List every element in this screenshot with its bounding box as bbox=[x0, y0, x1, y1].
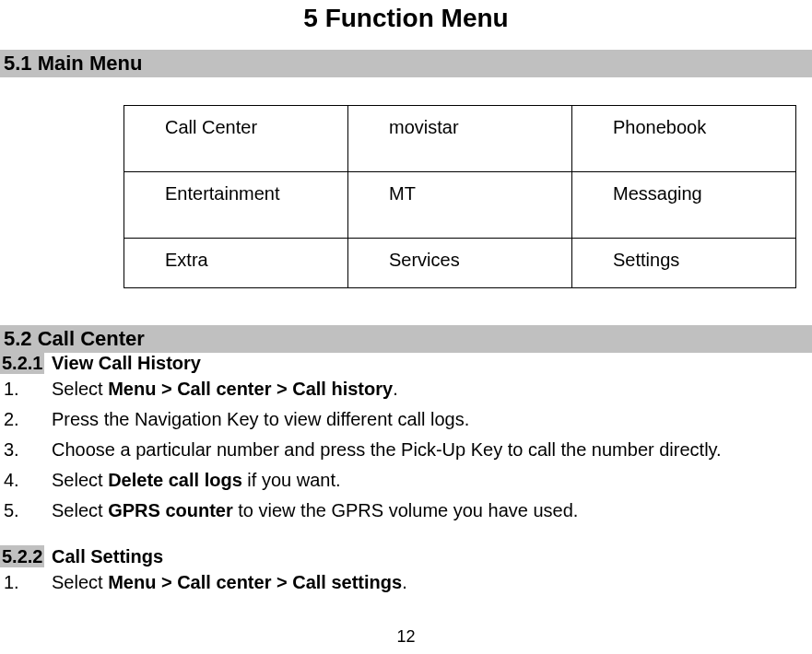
menu-cell-entertainment: Entertainment bbox=[124, 172, 348, 239]
subsection-number: 5.2.2 bbox=[0, 545, 44, 567]
step-number: 5. bbox=[4, 498, 52, 523]
menu-cell-call-center: Call Center bbox=[124, 106, 348, 172]
menu-cell-phonebook: Phonebook bbox=[572, 106, 796, 172]
subsection-heading-5-2-2: 5.2.2 Call Settings bbox=[0, 546, 812, 567]
main-menu-table: Call Center movistar Phonebook Entertain… bbox=[124, 105, 796, 288]
table-row: Extra Services Settings bbox=[124, 239, 796, 288]
step-number: 4. bbox=[4, 468, 52, 493]
step-text: Select Menu > Call center > Call history… bbox=[52, 377, 812, 402]
list-item: 3. Choose a particular number and press … bbox=[0, 435, 812, 465]
step-text: Choose a particular number and press the… bbox=[52, 438, 812, 462]
list-item: 1. Select Menu > Call center > Call hist… bbox=[0, 374, 812, 404]
steps-list-5-2-1: 1. Select Menu > Call center > Call hist… bbox=[0, 374, 812, 526]
menu-cell-mt: MT bbox=[348, 172, 572, 239]
menu-cell-settings: Settings bbox=[572, 239, 796, 288]
step-number: 1. bbox=[4, 377, 52, 402]
step-text: Select GPRS counter to view the GPRS vol… bbox=[52, 498, 812, 523]
menu-cell-extra: Extra bbox=[124, 239, 348, 288]
step-text: Press the Navigation Key to view differe… bbox=[52, 407, 812, 432]
subsection-number: 5.2.1 bbox=[0, 352, 44, 374]
step-number: 1. bbox=[4, 570, 52, 595]
subsection-heading-5-2-1: 5.2.1 View Call History bbox=[0, 353, 812, 374]
table-row: Entertainment MT Messaging bbox=[124, 172, 796, 239]
list-item: 4. Select Delete call logs if you want. bbox=[0, 465, 812, 496]
menu-cell-messaging: Messaging bbox=[572, 172, 796, 239]
page-number: 12 bbox=[0, 627, 812, 647]
menu-cell-services: Services bbox=[348, 239, 572, 288]
table-row: Call Center movistar Phonebook bbox=[124, 106, 796, 172]
step-number: 3. bbox=[4, 438, 52, 462]
list-item: 5. Select GPRS counter to view the GPRS … bbox=[0, 496, 812, 526]
subsection-title: View Call History bbox=[44, 353, 200, 373]
steps-list-5-2-2: 1. Select Menu > Call center > Call sett… bbox=[0, 567, 812, 598]
section-heading-5-2: 5.2 Call Center bbox=[0, 325, 812, 353]
section-heading-5-1: 5.1 Main Menu bbox=[0, 50, 812, 77]
step-text: Select Delete call logs if you want. bbox=[52, 468, 812, 493]
list-item: 2. Press the Navigation Key to view diff… bbox=[0, 404, 812, 435]
step-text: Select Menu > Call center > Call setting… bbox=[52, 570, 812, 595]
step-number: 2. bbox=[4, 407, 52, 432]
list-item: 1. Select Menu > Call center > Call sett… bbox=[0, 567, 812, 598]
menu-cell-movistar: movistar bbox=[348, 106, 572, 172]
chapter-title: 5 Function Menu bbox=[0, 4, 812, 33]
subsection-title: Call Settings bbox=[44, 546, 163, 566]
